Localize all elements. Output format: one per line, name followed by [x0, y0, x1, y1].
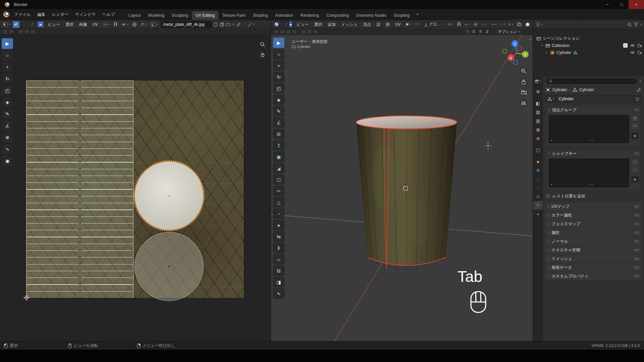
orthographic-grid-icon[interactable]	[520, 99, 527, 107]
outliner-row-scene-collection[interactable]: シーンコレクション	[536, 35, 642, 42]
editor-type-dropdown[interactable]: ∨	[535, 21, 544, 28]
tool-measure[interactable]: ∠	[273, 117, 284, 128]
tool-pinch[interactable]: ◉	[2, 156, 13, 166]
properties-search[interactable]	[546, 78, 637, 84]
workspace-tab[interactable]: UV Editing	[192, 11, 218, 20]
tool-setting-icon[interactable]	[280, 29, 285, 34]
viewport-menu-item[interactable]: 面	[383, 21, 392, 28]
pin-icon[interactable]	[637, 87, 641, 92]
remove-vertex-group-button[interactable]: −	[631, 123, 639, 129]
app-menu-item[interactable]: 編集	[34, 10, 49, 18]
properties-search-input[interactable]	[554, 79, 634, 83]
zoom-icon[interactable]	[259, 41, 266, 48]
uv-menu-item[interactable]: ビュー	[45, 21, 63, 28]
tool-smooth[interactable]: ●	[273, 220, 284, 230]
tab-object-data[interactable]: ▽	[533, 201, 543, 209]
falloff-dropdown[interactable]: ∨	[481, 21, 487, 28]
select-mode-edge[interactable]: ╱	[29, 21, 36, 27]
camera-view-icon[interactable]	[520, 89, 527, 96]
breadcrumb-object[interactable]: Cylinder	[552, 87, 567, 92]
tool-move[interactable]: +	[2, 62, 13, 72]
overlays-dropdown[interactable]: ∨	[507, 21, 514, 28]
collapsed-panel-header[interactable]: › UVマップ	[546, 202, 641, 210]
workspace-tab[interactable]: Animation	[271, 11, 297, 20]
workspace-tab[interactable]: Sculpting	[168, 11, 192, 20]
tool-rotate[interactable]: ↻	[2, 73, 13, 84]
uv-texture-image[interactable]	[26, 80, 244, 298]
add-vertex-group-button[interactable]: +	[631, 115, 639, 122]
drag-grip-icon[interactable]	[634, 223, 639, 225]
pivot-point-dropdown[interactable]: ∨	[102, 21, 111, 28]
tool-annotate[interactable]: ✎	[273, 106, 284, 116]
tool-relax[interactable]: ∿	[2, 144, 13, 155]
tab-physics[interactable]: ◌	[533, 183, 543, 192]
tool-spin[interactable]: ◔	[273, 208, 284, 219]
tab-object[interactable]: ■	[533, 157, 543, 166]
pan-hand-icon[interactable]	[520, 78, 527, 85]
mirror-y-toggle[interactable]: Y	[478, 29, 483, 34]
drag-grip-icon[interactable]	[634, 109, 639, 111]
viewport-menu-item[interactable]: 頂点	[360, 21, 374, 28]
viewport-canvas[interactable]: Z Y X	[271, 35, 533, 341]
snap-toggle[interactable]	[112, 21, 119, 28]
image-browse-dropdown[interactable]: ∨	[150, 21, 159, 28]
editor-type-dropdown[interactable]: ∨	[2, 21, 11, 28]
active-element-dropdown[interactable]: ∨	[405, 21, 412, 28]
rest-position-checkbox[interactable]	[546, 194, 550, 198]
workspace-tab[interactable]: Texture Paint	[218, 11, 249, 20]
tool-loop-cut[interactable]: ◫	[273, 174, 284, 185]
drag-grip-icon[interactable]	[634, 231, 639, 234]
workspace-tab[interactable]: Scripting	[390, 11, 413, 20]
uv-gizmo-dropdown[interactable]: ∨	[247, 21, 256, 28]
gizmos-dropdown[interactable]: ∨	[499, 21, 506, 28]
tool-tweak[interactable]: ▶	[273, 38, 284, 48]
snap-base-dropdown[interactable]: ∨	[414, 21, 420, 28]
expand-icon[interactable]: ▾	[540, 44, 544, 47]
workspace-tab[interactable]: Layout	[125, 11, 144, 20]
tab-material[interactable]: ●	[533, 209, 543, 218]
outliner-row-collection[interactable]: ▾ Collection ✓	[536, 42, 642, 49]
filter-expand-icon[interactable]: ▸	[551, 183, 552, 186]
proportional-editing-toggle[interactable]	[472, 21, 479, 28]
blender-menu-icon[interactable]	[3, 11, 9, 17]
tool-grab[interactable]: ⊕	[2, 132, 13, 143]
resize-grip-icon[interactable]	[589, 184, 594, 186]
tool-rotate[interactable]: ↻	[273, 72, 284, 82]
tool-setting-icon[interactable]	[313, 29, 318, 34]
tool-bevel[interactable]: ◢	[273, 163, 284, 173]
tab-render[interactable]: ◧	[533, 99, 543, 108]
workspace-tab[interactable]: Compositing	[323, 11, 353, 20]
tool-options-dropdown[interactable]: オプション ∨	[496, 29, 522, 34]
close-button[interactable]: ×	[629, 0, 644, 9]
add-workspace-button[interactable]: +	[413, 10, 422, 19]
tab-particles[interactable]: ∴	[533, 175, 543, 183]
uv-island-top-cap-selected[interactable]	[135, 161, 204, 230]
gizmo-neg-y[interactable]	[503, 49, 507, 54]
zoom-icon[interactable]	[520, 67, 527, 75]
falloff-dropdown[interactable]: ∨	[140, 21, 148, 28]
tool-setting-icon[interactable]	[9, 29, 14, 34]
uv-menu-item[interactable]: 選択	[63, 21, 76, 28]
uv-canvas[interactable]: ▶○+↻◰◈✎∠⊕∿◉	[0, 35, 271, 341]
object-visibility-dropdown[interactable]: ∨	[491, 21, 497, 28]
tool-select-circle[interactable]: ○	[2, 50, 13, 61]
select-mode-edge[interactable]: ╱	[285, 21, 287, 27]
tool-transform[interactable]: ◈	[2, 97, 13, 108]
uv-menu-item[interactable]: 画像	[76, 21, 90, 28]
drag-grip-icon[interactable]	[634, 205, 639, 208]
exclude-checkbox[interactable]: ✓	[623, 43, 628, 48]
fake-user-shield-icon[interactable]	[213, 22, 218, 27]
pivot-point-dropdown[interactable]: ∨	[447, 21, 454, 28]
collapsed-panel-header[interactable]: › カラー属性	[546, 211, 641, 219]
collapsed-panel-header[interactable]: › テクスチャ空間	[546, 246, 641, 254]
unlink-image-icon[interactable]: ×	[232, 22, 235, 27]
workspace-tab[interactable]: Shading	[249, 11, 271, 20]
tab-output[interactable]: ▤	[533, 108, 543, 116]
pin-icon[interactable]	[236, 22, 241, 27]
drag-grip-icon[interactable]	[634, 275, 639, 278]
viewport-menu-item[interactable]: 追加	[325, 21, 338, 28]
hide-eye-icon[interactable]	[630, 51, 635, 54]
panel-header[interactable]: ∨ 頂点グループ	[546, 106, 641, 114]
viewport-menu-item[interactable]: 辺	[374, 21, 383, 28]
filter-funnel-icon[interactable]	[634, 22, 638, 27]
